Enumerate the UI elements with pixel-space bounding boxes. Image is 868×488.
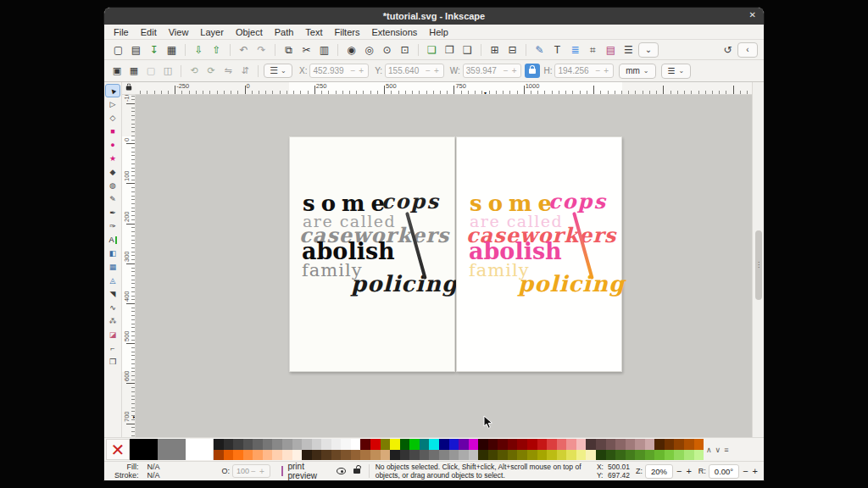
color-swatch[interactable] <box>615 439 626 450</box>
mesh-gradient-tool[interactable]: ▦ <box>105 260 120 274</box>
color-swatch[interactable] <box>282 439 292 450</box>
zoom-plus-button[interactable]: + <box>685 466 692 476</box>
color-swatch[interactable] <box>214 439 224 450</box>
color-swatch[interactable] <box>420 450 430 461</box>
color-swatch[interactable] <box>596 439 606 450</box>
x-minus-button[interactable]: − <box>348 66 357 75</box>
color-swatch[interactable] <box>665 439 675 450</box>
color-swatch[interactable] <box>400 450 410 461</box>
color-swatch[interactable] <box>302 439 312 450</box>
color-swatch[interactable] <box>321 450 331 461</box>
color-swatch[interactable] <box>331 450 342 461</box>
color-swatch[interactable] <box>654 439 665 450</box>
color-swatch[interactable] <box>674 439 684 450</box>
save-document-button[interactable]: ↧ <box>146 42 162 58</box>
new-document-button[interactable]: ▢ <box>110 42 126 58</box>
color-swatch[interactable] <box>547 439 557 450</box>
color-swatch[interactable] <box>321 439 331 450</box>
color-swatch[interactable] <box>586 439 596 450</box>
zoom-to-drawing-button[interactable]: ◎ <box>361 42 377 58</box>
color-swatch[interactable] <box>420 439 430 450</box>
color-swatch[interactable] <box>302 450 312 461</box>
color-swatch[interactable] <box>488 439 498 450</box>
flip-vertical-button[interactable]: ⇵ <box>237 64 253 78</box>
y-minus-button[interactable]: − <box>424 66 432 75</box>
open-document-button[interactable]: ▤ <box>128 42 144 58</box>
color-swatch[interactable] <box>694 439 704 450</box>
color-swatch[interactable] <box>517 439 527 450</box>
color-swatch[interactable] <box>370 450 381 461</box>
color-swatch[interactable] <box>331 439 342 450</box>
color-swatch[interactable] <box>527 450 537 461</box>
color-swatch[interactable] <box>547 450 557 461</box>
color-swatch[interactable] <box>360 450 370 461</box>
opacity-plus-button[interactable]: + <box>258 467 266 476</box>
menu-layer[interactable]: Layer <box>194 27 230 37</box>
redo-button[interactable]: ↷ <box>253 42 270 58</box>
color-swatch[interactable] <box>557 439 567 450</box>
color-swatch[interactable] <box>459 450 469 461</box>
guide-lock-button[interactable] <box>122 82 136 95</box>
box-3d-tool[interactable]: ◆ <box>105 165 120 179</box>
create-clone-button[interactable]: ❐ <box>442 42 458 58</box>
color-swatch[interactable] <box>253 439 263 450</box>
star-tool[interactable]: ★ <box>105 152 120 165</box>
opacity-field[interactable]: 100 − + <box>232 464 270 478</box>
x-plus-button[interactable]: + <box>357 66 365 75</box>
color-swatch[interactable] <box>214 450 224 461</box>
layers-dialog-button[interactable]: ≣ <box>567 42 583 58</box>
menu-path[interactable]: Path <box>269 27 300 37</box>
color-swatch[interactable] <box>429 439 439 450</box>
color-swatch[interactable] <box>478 439 488 450</box>
color-swatch[interactable] <box>674 450 684 461</box>
layer-indicator[interactable]: print preview <box>281 462 331 480</box>
x-field[interactable]: 452.939 − + <box>309 64 369 78</box>
zoom-field[interactable]: 20% <box>645 464 673 479</box>
export-document-button[interactable]: ⇧ <box>209 42 225 58</box>
palette-menu-button[interactable]: ≡ <box>724 446 728 454</box>
white-swatch[interactable] <box>186 439 214 460</box>
rotation-plus-button[interactable]: + <box>752 466 759 476</box>
color-swatch[interactable] <box>508 439 518 450</box>
color-swatch[interactable] <box>409 450 420 461</box>
gradient-tool[interactable]: ◧ <box>105 247 120 260</box>
lock-ratio-button[interactable] <box>525 64 540 78</box>
color-swatch[interactable] <box>224 450 234 461</box>
zoom-minus-button[interactable]: − <box>676 466 682 476</box>
color-swatch[interactable] <box>635 450 645 461</box>
color-swatch[interactable] <box>263 450 273 461</box>
menu-filters[interactable]: Filters <box>329 27 366 37</box>
color-swatch[interactable] <box>517 450 527 461</box>
scrollbar-thumb[interactable]: ⋮ <box>755 230 762 300</box>
paint-bucket-tool[interactable]: ◥ <box>105 287 120 301</box>
menu-edit[interactable]: Edit <box>135 27 163 37</box>
color-swatch[interactable] <box>341 439 351 450</box>
pages-tool[interactable]: ❒ <box>105 355 120 369</box>
toolbar-more-button[interactable]: ⌄ <box>638 42 659 58</box>
flip-horizontal-button[interactable]: ⇋ <box>220 64 236 78</box>
copy-button[interactable]: ⧉ <box>281 42 297 58</box>
color-swatch[interactable] <box>498 439 508 450</box>
print-document-button[interactable]: ▦ <box>164 42 180 58</box>
color-swatch[interactable] <box>282 450 292 461</box>
duplicate-button[interactable]: ❏ <box>424 42 440 58</box>
vertical-ruler[interactable]: -1000100200300400500600700▸ <box>122 95 136 437</box>
snapping-toggle-button[interactable]: ↺ <box>720 42 736 58</box>
color-swatch[interactable] <box>390 439 400 450</box>
color-swatch[interactable] <box>292 450 303 461</box>
color-swatch[interactable] <box>596 450 606 461</box>
select-all-button[interactable]: ▣ <box>109 64 125 78</box>
rotation-minus-button[interactable]: − <box>742 466 748 476</box>
w-plus-button[interactable]: + <box>510 66 519 75</box>
gray-swatch[interactable] <box>158 439 186 460</box>
color-swatch[interactable] <box>586 450 596 461</box>
color-swatch[interactable] <box>449 450 459 461</box>
color-swatch[interactable] <box>654 450 665 461</box>
color-swatch[interactable] <box>527 439 537 450</box>
color-swatch[interactable] <box>233 450 243 461</box>
selector-tool[interactable]: ► <box>105 84 120 97</box>
color-swatch[interactable] <box>409 439 420 450</box>
color-swatch[interactable] <box>635 439 645 450</box>
cut-button[interactable]: ✂ <box>298 42 314 58</box>
color-swatch[interactable] <box>400 439 410 450</box>
